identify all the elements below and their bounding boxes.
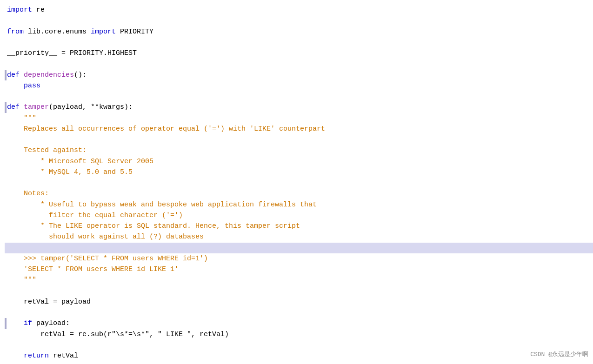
code-line xyxy=(5,134,593,145)
code-line xyxy=(5,59,593,69)
fold-marker xyxy=(5,318,7,329)
code-token: Notes: xyxy=(7,188,49,199)
code-line: """ xyxy=(5,113,593,124)
code-token: * MySQL 4, 5.0 and 5.5 xyxy=(7,167,133,178)
code-line xyxy=(5,340,593,351)
code-token: def xyxy=(7,70,20,80)
code-token xyxy=(7,318,24,329)
code-line: from lib.core.enums import PRIORITY xyxy=(5,26,593,37)
code-token: retVal xyxy=(49,351,78,361)
code-line: * Microsoft SQL Server 2005 xyxy=(5,156,593,167)
code-token: >>> tamper('SELECT * FROM users WHERE id… xyxy=(7,253,208,264)
fold-marker xyxy=(5,102,7,113)
code-line: * MySQL 4, 5.0 and 5.5 xyxy=(5,167,593,178)
code-token xyxy=(20,70,24,80)
code-token: * Microsoft SQL Server 2005 xyxy=(7,156,153,167)
code-token: Tested against: xyxy=(7,145,87,156)
code-line xyxy=(5,307,593,318)
code-token: import xyxy=(7,5,32,15)
code-line: if payload: xyxy=(5,318,593,329)
code-token: return xyxy=(24,351,49,361)
code-line: def dependencies(): xyxy=(5,70,593,80)
code-line xyxy=(5,243,593,253)
code-token: """ xyxy=(7,275,36,285)
code-token: lib.core.enums xyxy=(24,26,91,37)
code-token xyxy=(7,80,24,91)
code-token: if xyxy=(24,318,32,329)
code-token: tamper xyxy=(24,102,49,113)
code-token: retVal = payload xyxy=(7,297,91,307)
code-token: Replaces all occurrences of operator equ… xyxy=(7,124,325,134)
code-token: = PRIORITY.HIGHEST xyxy=(57,48,137,59)
code-token: * The LIKE operator is SQL standard. Hen… xyxy=(7,221,300,232)
code-token: PRIORITY xyxy=(116,26,153,37)
code-line xyxy=(5,286,593,297)
code-line xyxy=(5,91,593,102)
code-token: * Useful to bypass weak and bespoke web … xyxy=(7,199,317,210)
code-line: retVal = re.sub(r"\s*=\s*", " LIKE ", re… xyxy=(5,329,593,340)
code-token: dependencies xyxy=(24,70,74,80)
code-token: (payload, **kwargs): xyxy=(49,102,133,113)
code-line xyxy=(5,178,593,188)
code-line: Notes: xyxy=(5,188,593,199)
fold-marker xyxy=(5,70,7,80)
code-line: filter the equal character ('=') xyxy=(5,210,593,221)
code-token: from xyxy=(7,26,24,37)
code-line: Replaces all occurrences of operator equ… xyxy=(5,124,593,134)
code-line: retVal = payload xyxy=(5,297,593,307)
code-editor: import re from lib.core.enums import PRI… xyxy=(0,0,593,364)
code-token xyxy=(7,351,24,361)
code-token: payload: xyxy=(32,318,70,329)
code-token: import xyxy=(91,26,116,37)
watermark-text: CSDN @永远是少年啊 xyxy=(530,350,588,359)
code-token: (): xyxy=(74,70,87,80)
code-line: def tamper(payload, **kwargs): xyxy=(5,102,593,113)
code-line xyxy=(5,15,593,26)
code-line: """ xyxy=(5,275,593,285)
code-token: __priority__ xyxy=(7,48,57,59)
code-token xyxy=(20,102,24,113)
code-line: >>> tamper('SELECT * FROM users WHERE id… xyxy=(5,253,593,264)
code-token: filter the equal character ('=') xyxy=(7,210,183,221)
code-line: * The LIKE operator is SQL standard. Hen… xyxy=(5,221,593,232)
code-line: Tested against: xyxy=(5,145,593,156)
code-line: should work against all (?) databases xyxy=(5,232,593,242)
code-line: return retVal xyxy=(5,351,593,361)
code-line: 'SELECT * FROM users WHERE id LIKE 1' xyxy=(5,264,593,275)
code-line: import re xyxy=(5,5,593,15)
code-token: pass xyxy=(24,80,40,91)
code-token: re xyxy=(32,5,45,15)
code-token: retVal = re.sub(r"\s*=\s*", " LIKE ", re… xyxy=(7,329,229,340)
code-line: * Useful to bypass weak and bespoke web … xyxy=(5,199,593,210)
code-token: """ xyxy=(7,113,36,124)
code-token: 'SELECT * FROM users WHERE id LIKE 1' xyxy=(7,264,179,275)
code-line xyxy=(5,37,593,48)
code-line: pass xyxy=(5,80,593,91)
code-line: __priority__ = PRIORITY.HIGHEST xyxy=(5,48,593,59)
code-token: should work against all (?) databases xyxy=(7,232,204,242)
code-token: def xyxy=(7,102,20,113)
